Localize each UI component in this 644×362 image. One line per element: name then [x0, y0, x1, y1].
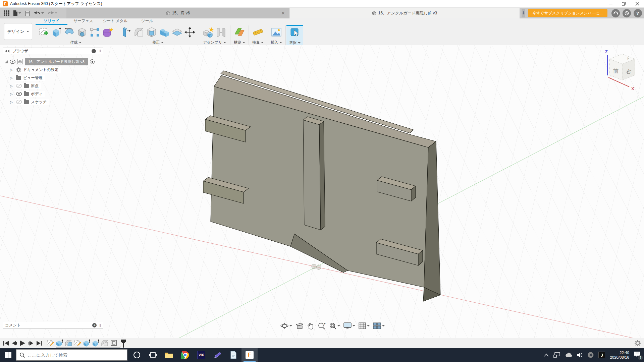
panel-grip[interactable]: ‖ — [99, 49, 101, 53]
create-sketch-icon[interactable] — [38, 26, 50, 38]
feature-extrude-2[interactable] — [83, 339, 90, 347]
measure-icon[interactable] — [252, 26, 264, 38]
collapse-panel-icon[interactable] — [5, 50, 10, 53]
restore-button[interactable] — [617, 0, 631, 7]
model-3d[interactable] — [203, 71, 440, 301]
move-copy-icon[interactable] — [184, 26, 196, 38]
feature-extrude-3[interactable] — [92, 339, 99, 347]
workspace-selector[interactable]: デザイン — [4, 23, 32, 40]
add-comment-icon[interactable]: + — [92, 323, 97, 327]
tray-onedrive-icon[interactable] — [565, 353, 572, 357]
subscribe-button[interactable]: 今すぐサブスクリプションメンバーに... — [528, 9, 607, 17]
panel-grip[interactable]: ‖ — [99, 323, 101, 327]
timeline-position-marker[interactable] — [120, 339, 126, 348]
expand-arrow-icon[interactable]: ▷ — [10, 84, 13, 88]
insert-canvas-icon[interactable] — [271, 26, 282, 38]
create-form-icon[interactable] — [102, 26, 113, 38]
notifications-icon[interactable] — [623, 9, 631, 17]
viewport-3d[interactable]: ブラウザ − ‖ 16、アンクルガード裏隠し前 v3 ▷ ドキュメントの設定 ▷… — [0, 45, 644, 338]
taskbar-notepad-icon[interactable] — [225, 348, 241, 362]
look-at-button[interactable] — [296, 322, 304, 329]
tray-chevron-up-icon[interactable] — [544, 354, 549, 357]
taskbar-cortana-icon[interactable] — [129, 348, 145, 362]
ribbon-tab-surface[interactable]: サーフェス — [67, 18, 99, 25]
offset-face-icon[interactable] — [171, 26, 183, 38]
feature-sketch-1[interactable] — [47, 339, 54, 347]
feature-box[interactable] — [110, 339, 117, 347]
go-to-end-button[interactable] — [37, 341, 42, 346]
step-forward-button[interactable] — [29, 341, 33, 346]
job-status-icon[interactable] — [611, 9, 620, 17]
close-button[interactable] — [631, 0, 644, 7]
viewports-button[interactable] — [373, 322, 385, 329]
grid-settings-button[interactable] — [359, 322, 370, 329]
visibility-eye-icon[interactable] — [10, 60, 15, 64]
search-input[interactable] — [28, 353, 115, 358]
browser-header[interactable]: ブラウザ − ‖ — [3, 48, 103, 54]
ribbon-tab-sheetmetal[interactable]: シート メタル — [99, 18, 131, 25]
taskbar-explorer-icon[interactable] — [161, 348, 177, 362]
fit-button[interactable] — [329, 322, 340, 329]
tree-row-bodies[interactable]: ▷ ボディ — [3, 90, 103, 98]
tab-doc-15[interactable]: 15、肩 v6 ✕ — [66, 8, 289, 18]
app-grid-icon[interactable] — [3, 9, 11, 17]
tab-close-icon[interactable]: ✕ — [280, 11, 286, 16]
taskbar-clock[interactable]: 22:40 2020/08/16 — [610, 350, 629, 360]
comment-bar[interactable]: コメント + ‖ — [3, 322, 103, 329]
view-cube[interactable]: 前 右 上 Z X — [600, 48, 642, 93]
origin-marker[interactable] — [312, 264, 321, 269]
feature-sketch-2[interactable] — [74, 339, 81, 347]
ribbon-tab-solid[interactable]: ソリッド — [36, 18, 67, 25]
pattern-icon[interactable] — [89, 26, 101, 38]
hole-icon[interactable] — [76, 26, 88, 38]
feature-extrude-1[interactable] — [56, 339, 63, 347]
tree-root-row[interactable]: 16、アンクルガード裏隠し前 v3 — [3, 58, 103, 66]
taskbar-task-view-icon[interactable] — [145, 348, 161, 362]
save-button[interactable] — [23, 9, 32, 17]
tab-doc-16[interactable]: 16、アンクルガード裏隠し前 v3 — [289, 8, 520, 18]
feature-fillet-1[interactable] — [65, 339, 72, 347]
expand-arrow-icon[interactable]: ▷ — [10, 76, 13, 80]
construction-plane-icon[interactable] — [234, 26, 245, 38]
help-icon[interactable]: ? — [634, 9, 642, 17]
expand-arrow-icon[interactable]: ▷ — [10, 100, 13, 104]
tree-row-sketches[interactable]: ▷ スケッチ — [3, 98, 103, 106]
expand-arrow-icon[interactable]: ▷ — [10, 68, 13, 72]
expand-arrow-icon[interactable]: ▷ — [10, 92, 13, 96]
visibility-eye-icon[interactable] — [16, 92, 22, 96]
play-button[interactable] — [20, 341, 25, 346]
ribbon-tab-tools[interactable]: ツール — [131, 18, 163, 25]
taskbar-pen-app-icon[interactable] — [209, 348, 225, 362]
joint-icon[interactable] — [215, 26, 227, 38]
new-tab-button[interactable]: + — [522, 9, 525, 17]
tree-row-view-management[interactable]: ▷ ビュー管理 — [3, 74, 103, 82]
active-component-radio[interactable] — [90, 59, 95, 64]
ribbon-group-select[interactable]: 選択 — [286, 25, 303, 47]
combine-icon[interactable] — [159, 26, 170, 38]
taskbar-vix-icon[interactable]: ViX — [193, 348, 209, 362]
undo-button[interactable] — [33, 9, 45, 17]
go-to-start-button[interactable] — [3, 341, 9, 346]
redo-button[interactable] — [46, 9, 58, 17]
taskbar-fusion360-icon[interactable]: F — [241, 348, 258, 362]
action-center-icon[interactable]: 1 — [634, 351, 641, 359]
timeline-settings-gear-icon[interactable] — [635, 340, 641, 346]
expand-arrow-icon[interactable] — [5, 60, 8, 63]
taskbar-chrome-icon[interactable] — [177, 348, 193, 362]
feature-fillet-2[interactable] — [101, 339, 108, 347]
new-component-icon[interactable] — [203, 26, 214, 38]
tree-row-document-settings[interactable]: ▷ ドキュメントの設定 — [3, 66, 103, 74]
tree-row-origin[interactable]: ▷ 原点 — [3, 82, 103, 90]
shell-icon[interactable] — [146, 26, 157, 38]
root-document-label[interactable]: 16、アンクルガード裏隠し前 v3 — [25, 58, 88, 65]
fillet-icon[interactable] — [133, 26, 145, 38]
revolve-icon[interactable] — [64, 26, 75, 38]
select-icon[interactable] — [289, 26, 301, 39]
pan-button[interactable] — [307, 322, 314, 329]
zoom-button[interactable]: ± — [318, 322, 326, 329]
file-menu-button[interactable] — [12, 9, 22, 17]
visibility-off-eye-icon[interactable] — [16, 100, 22, 104]
taskbar-search[interactable] — [16, 349, 127, 361]
display-settings-button[interactable] — [343, 322, 355, 329]
tray-volume-icon[interactable] — [577, 353, 583, 358]
